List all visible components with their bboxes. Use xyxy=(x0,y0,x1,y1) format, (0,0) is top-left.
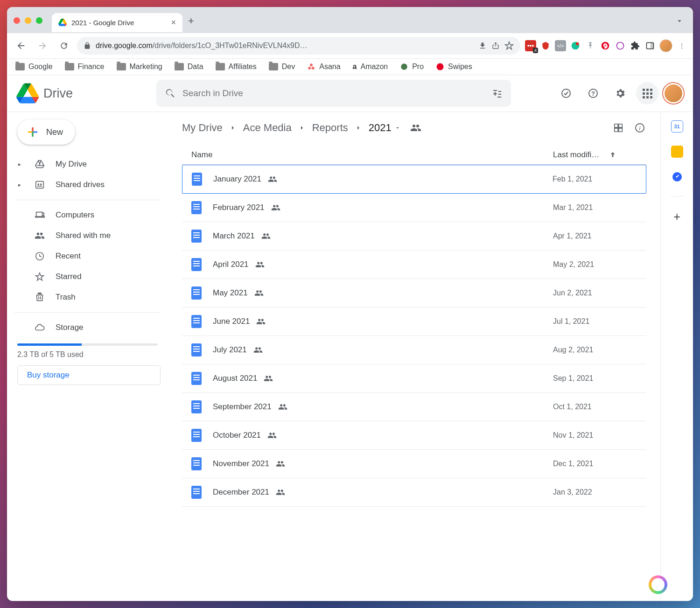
sidebar-item-trash[interactable]: Trash xyxy=(14,287,161,307)
column-name[interactable]: Name xyxy=(191,150,553,160)
extension-grammarly-icon[interactable] xyxy=(570,40,581,51)
extension-ublock-icon[interactable] xyxy=(540,40,551,51)
profile-avatar-small[interactable] xyxy=(659,39,672,52)
floating-assistant-button[interactable] xyxy=(649,575,667,594)
support-icon[interactable]: ? xyxy=(582,82,604,105)
bookmark-data[interactable]: Data xyxy=(175,63,203,71)
file-modified-date: Nov 1, 2021 xyxy=(553,431,637,440)
sidebar-item-recent[interactable]: Recent xyxy=(14,246,161,266)
file-row[interactable]: September 2021Oct 1, 2021 xyxy=(182,393,646,421)
extension-pinterest-icon[interactable] xyxy=(600,40,611,51)
bookmark-google[interactable]: Google xyxy=(15,63,53,71)
bookmark-finance[interactable]: Finance xyxy=(65,63,105,71)
file-row[interactable]: January 2021Feb 1, 2021 xyxy=(182,165,646,194)
search-options-icon[interactable] xyxy=(491,88,503,99)
file-row[interactable]: April 2021May 2, 2021 xyxy=(182,251,646,279)
extension-puzzle-icon[interactable] xyxy=(630,40,641,51)
content-area: My Drive Ace Media Reports 2021 i xyxy=(168,112,660,601)
bookmark-asana[interactable]: Asana xyxy=(307,63,340,71)
shared-icon xyxy=(253,345,263,355)
bookmark-pro[interactable]: Pro xyxy=(400,63,424,71)
search-input[interactable] xyxy=(182,88,485,98)
maximize-window-button[interactable] xyxy=(36,17,42,24)
extension-lastpass-icon[interactable]: •••4 xyxy=(525,40,536,51)
file-row[interactable]: August 2021Sep 1, 2021 xyxy=(182,364,646,393)
settings-icon[interactable] xyxy=(609,82,631,105)
breadcrumb-current[interactable]: 2021 xyxy=(369,122,401,134)
file-row[interactable]: March 2021Apr 1, 2021 xyxy=(182,222,646,251)
file-row[interactable]: December 2021Jan 3, 2022 xyxy=(182,478,646,507)
file-row[interactable]: June 2021Jul 1, 2021 xyxy=(182,307,646,336)
folder-icon xyxy=(269,63,278,70)
reload-button[interactable] xyxy=(56,37,72,54)
breadcrumb-ace-media[interactable]: Ace Media xyxy=(243,122,292,134)
share-icon[interactable] xyxy=(491,42,500,50)
file-row[interactable]: October 2021Nov 1, 2021 xyxy=(182,421,646,450)
breadcrumb-my-drive[interactable]: My Drive xyxy=(182,122,223,134)
file-name: August 2021 xyxy=(213,374,257,383)
extension-devtools-icon[interactable]: </> xyxy=(555,40,566,51)
expand-caret-icon[interactable]: ▸ xyxy=(18,161,24,168)
file-row[interactable]: July 2021Aug 2, 2021 xyxy=(182,336,646,364)
file-row[interactable]: February 2021Mar 1, 2021 xyxy=(182,194,646,222)
keep-addon-icon[interactable] xyxy=(671,146,683,158)
bookmark-amazon[interactable]: aAmazon xyxy=(353,63,388,71)
google-doc-icon xyxy=(191,258,202,271)
calendar-addon-icon[interactable]: 31 xyxy=(671,120,683,133)
svg-point-10 xyxy=(437,63,444,70)
extension-pin-icon[interactable] xyxy=(585,40,596,51)
column-modified[interactable]: Last modifi… xyxy=(553,150,637,160)
sidebar-item-shared-drives[interactable]: ▸Shared drives xyxy=(14,175,161,195)
back-button[interactable] xyxy=(13,37,29,54)
svg-point-6 xyxy=(310,63,313,66)
google-apps-icon[interactable] xyxy=(636,82,658,105)
breadcrumb-shared-icon[interactable] xyxy=(410,122,421,133)
tasks-addon-icon[interactable] xyxy=(671,171,683,183)
buy-storage-button[interactable]: Buy storage xyxy=(17,365,161,385)
offline-ready-icon[interactable] xyxy=(555,82,577,105)
drive-logo-icon xyxy=(16,83,39,104)
search-box[interactable] xyxy=(156,80,511,107)
details-button[interactable]: i xyxy=(633,121,646,134)
add-addon-button[interactable]: + xyxy=(673,210,680,224)
file-row[interactable]: November 2021Dec 1, 2021 xyxy=(182,450,646,478)
address-bar[interactable]: drive.google.com/drive/folders/1cO_3HTw0… xyxy=(77,37,520,55)
google-doc-icon xyxy=(191,201,202,214)
google-doc-icon xyxy=(191,372,202,385)
close-tab-button[interactable]: × xyxy=(171,18,176,28)
bookmarks-bar: Google Finance Marketing Data Affiliates… xyxy=(7,59,693,75)
forward-button[interactable] xyxy=(34,37,51,54)
browser-tab[interactable]: 2021 - Google Drive × xyxy=(52,13,182,32)
expand-caret-icon[interactable]: ▸ xyxy=(18,182,24,188)
bookmark-affiliates[interactable]: Affiliates xyxy=(216,63,257,71)
bookmark-swipes[interactable]: Swipes xyxy=(436,63,472,71)
bookmark-marketing[interactable]: Marketing xyxy=(117,63,162,71)
bookmark-dev[interactable]: Dev xyxy=(269,63,295,71)
file-row[interactable]: May 2021Jun 2, 2021 xyxy=(182,279,646,307)
minimize-window-button[interactable] xyxy=(25,17,31,24)
sidebar-item-starred[interactable]: Starred xyxy=(14,266,161,287)
breadcrumb-reports[interactable]: Reports xyxy=(312,122,348,134)
sidebar-item-my-drive[interactable]: ▸My Drive xyxy=(14,154,161,175)
tab-dropdown-icon[interactable] xyxy=(675,17,684,25)
google-doc-icon xyxy=(191,429,202,442)
sidebar-item-shared-with-me[interactable]: Shared with me xyxy=(14,225,161,246)
grid-view-button[interactable] xyxy=(612,121,625,134)
account-avatar[interactable] xyxy=(663,83,684,104)
sidebar-item-computers[interactable]: Computers xyxy=(14,205,161,225)
drive-logo[interactable]: Drive xyxy=(16,83,147,104)
file-name: November 2021 xyxy=(213,459,269,468)
install-app-icon[interactable] xyxy=(478,42,487,50)
close-window-button[interactable] xyxy=(14,17,20,24)
browser-menu-icon[interactable]: ⋮ xyxy=(676,40,687,51)
new-tab-button[interactable]: + xyxy=(188,15,194,27)
extension-sidepanel-icon[interactable] xyxy=(644,40,656,51)
sidebar-item-storage[interactable]: Storage xyxy=(14,317,161,338)
bookmark-star-icon[interactable] xyxy=(504,41,514,50)
plus-icon xyxy=(26,125,40,139)
extension-generic-icon[interactable] xyxy=(615,40,626,51)
new-button[interactable]: New xyxy=(17,119,75,145)
browser-window: 2021 - Google Drive × + drive.google.com… xyxy=(7,7,693,601)
svg-point-16 xyxy=(40,183,42,185)
svg-point-1 xyxy=(576,42,579,46)
